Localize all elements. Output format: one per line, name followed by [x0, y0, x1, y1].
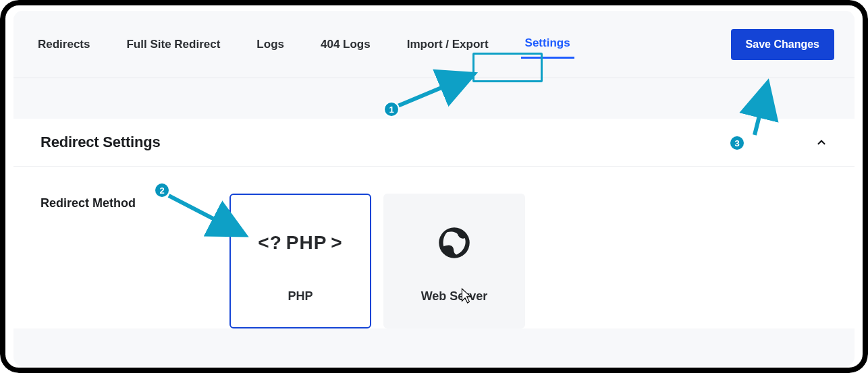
- tab-import-export[interactable]: Import / Export: [403, 31, 493, 58]
- redirect-method-label: Redirect Method: [40, 194, 175, 210]
- tab-settings[interactable]: Settings: [521, 30, 574, 59]
- settings-content: Redirect Settings Redirect Method <? PHP…: [13, 119, 855, 328]
- angle-close-icon: >: [331, 232, 342, 254]
- option-php-label: PHP: [288, 289, 313, 304]
- panel-body: Redirect Method <? PHP > PHP: [13, 167, 855, 328]
- app-frame: Redirects Full Site Redirect Logs 404 Lo…: [0, 0, 868, 373]
- tab-404-logs[interactable]: 404 Logs: [317, 31, 375, 58]
- php-code-icon: <? PHP >: [258, 219, 342, 266]
- app-inner: Redirects Full Site Redirect Logs 404 Lo…: [13, 11, 855, 366]
- globe-icon: [435, 219, 473, 266]
- annotation-callout-2: 2: [154, 182, 170, 198]
- panel-title: Redirect Settings: [40, 134, 161, 151]
- tab-strip: Redirects Full Site Redirect Logs 404 Lo…: [34, 30, 574, 59]
- chevron-up-icon[interactable]: [815, 136, 828, 148]
- annotation-callout-1: 1: [383, 101, 400, 117]
- redirect-method-options: <? PHP > PHP: [229, 194, 525, 328]
- option-php[interactable]: <? PHP > PHP: [229, 194, 371, 328]
- php-glyph-text: PHP: [286, 232, 327, 254]
- option-web-server[interactable]: Web Server: [383, 194, 525, 328]
- tab-redirects[interactable]: Redirects: [34, 31, 94, 58]
- save-changes-button[interactable]: Save Changes: [731, 29, 834, 60]
- tab-logs[interactable]: Logs: [252, 31, 288, 58]
- angle-open-icon: <?: [258, 232, 281, 254]
- annotation-callout-3: 3: [729, 135, 745, 151]
- top-navbar: Redirects Full Site Redirect Logs 404 Lo…: [13, 11, 855, 78]
- option-web-server-label: Web Server: [421, 289, 488, 304]
- cursor-icon: [458, 287, 472, 308]
- tab-full-site-redirect[interactable]: Full Site Redirect: [122, 31, 224, 58]
